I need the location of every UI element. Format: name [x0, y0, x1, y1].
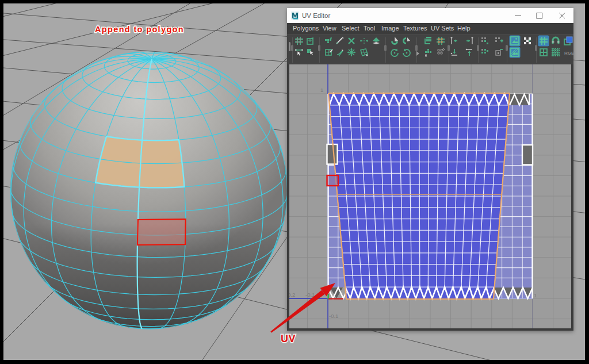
svg-text:RGB: RGB	[564, 51, 575, 56]
svg-text:-0.1: -0.1	[305, 292, 315, 298]
svg-text:-0.1: -0.1	[329, 313, 338, 319]
svg-text:0.2: 0.2	[289, 292, 295, 298]
svg-text:1: 1	[534, 292, 537, 298]
svg-text:1: 1	[320, 87, 323, 93]
